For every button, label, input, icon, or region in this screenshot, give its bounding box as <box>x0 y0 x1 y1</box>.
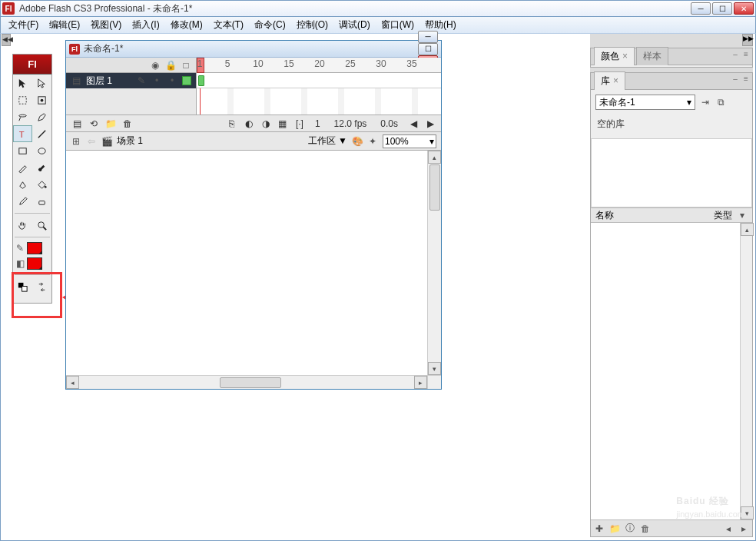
document-titlebar[interactable]: Fl 未命名-1* ─ ☐ ✕ <box>66 41 441 58</box>
panel-collapse-icon[interactable]: – <box>731 50 740 59</box>
stroke-color-swatch[interactable] <box>27 242 42 254</box>
maximize-button[interactable]: ☐ <box>712 2 732 15</box>
col-name[interactable]: 名称 <box>595 209 714 222</box>
edit-symbols-icon[interactable]: ✦ <box>367 136 378 147</box>
vscroll-thumb[interactable] <box>429 164 440 211</box>
zoom-tool[interactable] <box>32 217 51 234</box>
library-document-select[interactable]: 未命名-1▾ <box>595 95 695 110</box>
selection-tool[interactable] <box>13 75 32 91</box>
layer-color-swatch[interactable] <box>182 76 191 85</box>
close-icon[interactable]: × <box>613 75 618 86</box>
lasso-tool[interactable] <box>13 108 32 125</box>
scene-label[interactable]: 场景 1 <box>117 134 143 148</box>
menu-text[interactable]: 文本(T) <box>209 17 248 33</box>
timeline-ruler[interactable]: 1 5 10 15 20 25 30 35 <box>197 58 441 73</box>
close-icon[interactable]: × <box>622 51 628 61</box>
scroll-left-button[interactable]: ◂ <box>66 376 79 389</box>
layer-dot1[interactable]: • <box>151 75 162 86</box>
timeline-scroll-right[interactable]: ▶ <box>424 118 436 130</box>
modify-markers-button[interactable]: [·] <box>293 118 306 130</box>
paint-bucket-tool[interactable] <box>32 176 51 193</box>
new-motion-guide-button[interactable]: ⟲ <box>88 118 100 130</box>
frames-area[interactable] <box>197 88 441 115</box>
free-transform-tool[interactable] <box>13 91 32 108</box>
delete-layer-button[interactable]: 🗑 <box>121 118 134 130</box>
minimize-button[interactable]: ─ <box>691 2 711 15</box>
menu-view[interactable]: 视图(V) <box>86 17 126 33</box>
lib-scroll-left[interactable]: ◂ <box>723 523 734 534</box>
pencil-tool[interactable] <box>13 159 32 176</box>
onion-skin-button[interactable]: ◐ <box>243 118 255 130</box>
lib-scroll-right[interactable]: ▸ <box>738 523 749 534</box>
sort-icon[interactable]: ▾ <box>737 210 748 221</box>
onion-outline-button[interactable]: ◑ <box>260 118 272 130</box>
black-white-button[interactable] <box>13 278 32 295</box>
library-list[interactable]: ▴ ▾ <box>591 223 752 519</box>
menu-edit[interactable]: 编辑(E) <box>45 17 85 33</box>
new-library-icon[interactable]: ⧉ <box>715 97 726 108</box>
lock-icon[interactable]: 🔒 <box>165 60 176 71</box>
zoom-select[interactable]: 100%▾ <box>383 134 436 148</box>
panel-collapse-icon[interactable]: – <box>731 75 740 84</box>
tab-swatches[interactable]: 样本 <box>636 47 668 65</box>
fill-color-swatch[interactable] <box>27 257 42 270</box>
doc-minimize-button[interactable]: ─ <box>418 31 438 43</box>
timeline-scroll-left[interactable]: ◀ <box>407 118 419 130</box>
eraser-tool[interactable] <box>32 193 51 210</box>
delete-button[interactable]: 🗑 <box>640 523 651 534</box>
scroll-down-button[interactable]: ▾ <box>428 362 441 375</box>
workspace-label[interactable]: 工作区 ▼ <box>308 134 347 148</box>
ink-bottle-tool[interactable] <box>13 176 32 193</box>
scroll-up-button[interactable]: ▴ <box>741 223 754 236</box>
swap-colors-button[interactable] <box>32 278 51 295</box>
horizontal-scrollbar[interactable]: ◂ ▸ <box>66 375 427 389</box>
menu-insert[interactable]: 插入(I) <box>128 17 164 33</box>
library-vscroll[interactable]: ▴ ▾ <box>740 223 752 519</box>
menu-window[interactable]: 窗口(W) <box>376 17 419 33</box>
tab-color[interactable]: 颜色× <box>594 47 635 65</box>
tab-library[interactable]: 库× <box>594 71 625 90</box>
hand-tool[interactable] <box>13 217 32 234</box>
menu-file[interactable]: 文件(F) <box>4 17 43 33</box>
panel-menu-icon[interactable]: ≡ <box>741 75 751 84</box>
doc-maximize-button[interactable]: ☐ <box>418 43 438 55</box>
eye-icon[interactable]: ◉ <box>150 60 161 71</box>
brush-tool[interactable] <box>32 159 51 176</box>
col-type[interactable]: 类型 <box>714 209 732 222</box>
outline-icon[interactable]: □ <box>181 60 191 71</box>
stage[interactable] <box>66 151 441 375</box>
layer-row[interactable]: ▤ 图层 1 ✎ • • <box>66 73 196 88</box>
timeline-toggle-icon[interactable]: ⊞ <box>71 136 81 147</box>
right-dock-toggle[interactable]: ▶▶ <box>742 34 753 46</box>
new-folder-button[interactable]: 📁 <box>609 523 620 534</box>
eyedropper-tool[interactable] <box>13 193 32 210</box>
subselection-tool[interactable] <box>32 75 51 91</box>
edit-multiple-button[interactable]: ▦ <box>277 118 289 130</box>
line-tool[interactable] <box>32 125 51 142</box>
menu-debug[interactable]: 调试(D) <box>334 17 375 33</box>
layer-dot2[interactable]: • <box>167 75 177 86</box>
hscroll-thumb[interactable] <box>220 377 281 388</box>
left-dock-toggle[interactable]: ◀◀ <box>2 34 11 46</box>
new-folder-button[interactable]: 📁 <box>104 118 117 130</box>
rectangle-tool[interactable] <box>13 142 32 159</box>
center-frame-button[interactable]: ⎘ <box>226 118 238 130</box>
keyframe[interactable] <box>198 75 204 86</box>
scroll-right-button[interactable]: ▸ <box>414 376 427 389</box>
new-symbol-button[interactable]: ✚ <box>594 523 605 534</box>
frames-row[interactable] <box>197 73 441 88</box>
scroll-down-button[interactable]: ▾ <box>741 506 754 519</box>
menu-commands[interactable]: 命令(C) <box>250 17 290 33</box>
pen-tool[interactable] <box>32 108 51 125</box>
vertical-scrollbar[interactable]: ▴ ▾ <box>427 151 441 375</box>
pin-library-icon[interactable]: ⇥ <box>700 97 711 108</box>
menu-modify[interactable]: 修改(M) <box>166 17 207 33</box>
menu-control[interactable]: 控制(O) <box>292 17 333 33</box>
properties-button[interactable]: ⓘ <box>625 523 635 534</box>
oval-tool[interactable] <box>32 142 51 159</box>
scroll-up-button[interactable]: ▴ <box>428 151 441 164</box>
new-layer-button[interactable]: ▤ <box>71 118 83 130</box>
edit-scene-icon[interactable]: 🎨 <box>352 136 363 147</box>
close-button[interactable]: ✕ <box>734 2 754 15</box>
back-button[interactable]: ⇦ <box>86 136 97 147</box>
